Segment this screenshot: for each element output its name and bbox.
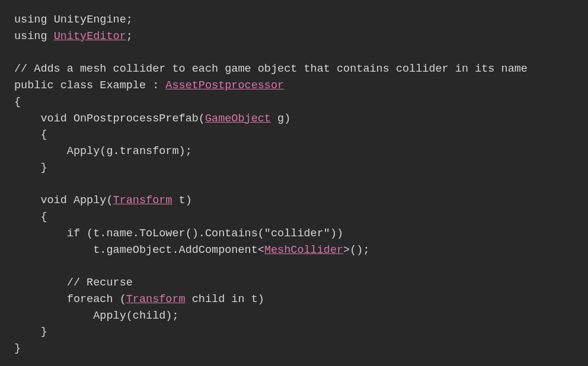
code-line xyxy=(14,176,574,193)
code-token: >(); xyxy=(343,244,369,256)
code-line xyxy=(14,45,574,62)
code-line xyxy=(14,258,574,275)
code-token: public class Example : xyxy=(14,79,165,92)
code-token: } xyxy=(14,162,47,174)
code-token: if (t.name.ToLower().Contains("collider"… xyxy=(14,227,343,240)
code-line: { xyxy=(14,94,574,111)
code-line: using UnityEngine; xyxy=(14,12,574,28)
code-token: ; xyxy=(126,14,133,26)
code-token: g) xyxy=(271,113,290,125)
type-link[interactable]: Transform xyxy=(113,194,172,207)
code-token: using xyxy=(14,14,54,26)
code-token: t.gameObject.AddComponent< xyxy=(14,244,264,256)
code-token: } xyxy=(14,326,47,338)
code-line: void Apply(Transform t) xyxy=(14,192,574,209)
code-block: using UnityEngine;using UnityEditor; // … xyxy=(14,12,574,357)
code-token: child in t) xyxy=(186,293,264,306)
code-line: Apply(g.transform); xyxy=(14,143,574,160)
code-token: // Recurse xyxy=(14,277,133,289)
code-token: } xyxy=(14,342,21,355)
code-line: void OnPostprocessPrefab(GameObject g) xyxy=(14,111,574,127)
code-line: { xyxy=(14,127,574,143)
code-line: // Adds a mesh collider to each game obj… xyxy=(14,61,574,78)
type-link[interactable]: MeshCollider xyxy=(264,244,343,256)
code-token: // Adds a mesh collider to each game obj… xyxy=(14,63,528,75)
code-token: Apply(child); xyxy=(14,310,179,322)
code-token: UnityEngine xyxy=(54,14,126,26)
type-link[interactable]: Transform xyxy=(126,293,186,306)
code-line: using UnityEditor; xyxy=(14,28,574,45)
code-line: } xyxy=(14,160,574,176)
code-line: if (t.name.ToLower().Contains("collider"… xyxy=(14,226,574,242)
code-line: public class Example : AssetPostprocesso… xyxy=(14,78,574,94)
code-token: t) xyxy=(172,194,191,207)
code-line: // Recurse xyxy=(14,275,574,291)
type-link[interactable]: UnityEditor xyxy=(54,30,126,43)
code-token: void OnPostprocessPrefab( xyxy=(14,113,205,125)
code-token: ; xyxy=(126,30,133,43)
code-line: } xyxy=(14,324,574,341)
code-line: t.gameObject.AddComponent<MeshCollider>(… xyxy=(14,242,574,259)
code-line: foreach (Transform child in t) xyxy=(14,291,574,308)
code-line: Apply(child); xyxy=(14,308,574,325)
code-token: { xyxy=(14,211,47,223)
type-link[interactable]: GameObject xyxy=(205,113,271,125)
type-link[interactable]: AssetPostprocessor xyxy=(165,79,284,92)
code-token: foreach ( xyxy=(14,293,126,306)
code-token: void Apply( xyxy=(14,194,113,207)
code-line: { xyxy=(14,209,574,226)
code-token: { xyxy=(14,96,21,108)
code-token: { xyxy=(14,129,47,141)
code-token: Apply(g.transform); xyxy=(14,145,192,158)
code-token: using xyxy=(14,30,54,43)
code-line: } xyxy=(14,341,574,357)
